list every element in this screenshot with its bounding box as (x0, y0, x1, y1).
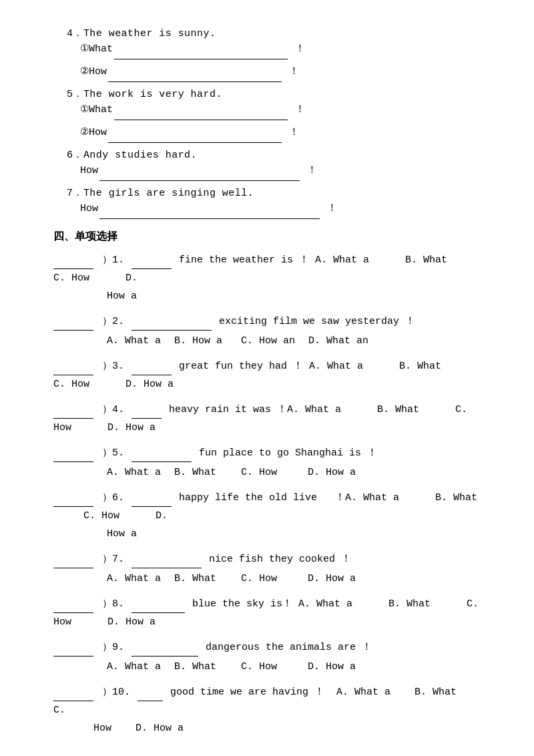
mc-q8-text: ）8. blue the sky is！ A. What a B. What C… (53, 598, 479, 628)
mc-q7: ）7. nice fish they cooked ！ A. What a B.… (53, 550, 481, 588)
mc-q2-paren (53, 312, 93, 331)
mc-q2-opt-b: B. How a (174, 332, 228, 350)
fill-in-item-4: 4．The weather is sunny. ①What ！ ②How ！ (53, 27, 481, 82)
mc-q2-text: ）2. exciting film we saw yesterday ！ (102, 316, 415, 327)
mc-q9: ）9. dangerous the animals are ！ A. What … (53, 638, 481, 676)
item-5-label: 5．The work is very hard. (67, 87, 481, 100)
mc-q7-opt-d: D. How a (308, 570, 361, 588)
item-6-sub-1: How ！ (80, 161, 481, 181)
item-6-sub-1-suffix: ！ (301, 165, 317, 176)
mc-q1-overflow: How a (107, 287, 481, 305)
mc-q5-paren (53, 443, 93, 462)
mc-q7-text: ）7. nice fish they cooked ！ (102, 554, 351, 565)
mc-q1: ）1. fine the weather is ！ A. What a B. W… (53, 250, 481, 305)
item-5-sub-1-prefix: ①What (80, 104, 113, 116)
section-title: 四、单项选择 (53, 230, 481, 244)
item-4-sub-1-prefix: ①What (80, 43, 113, 55)
item-7-sub-1-blank (99, 218, 320, 219)
mc-q7-opt-a: A. What a (107, 570, 161, 588)
item-4-sub-1-suffix: ！ (289, 43, 305, 55)
fill-in-item-5: 5．The work is very hard. ①What ！ ②How ！ (53, 87, 481, 143)
item-4-sub-2: ②How ！ (80, 62, 481, 82)
item-7-label: 7．The girls are singing well. (67, 186, 481, 199)
mc-q9-opt-c: C. How (241, 658, 294, 676)
mc-q1-paren (53, 250, 93, 269)
mc-q5-opt-c: C. How (241, 463, 294, 482)
mc-q3: ）3. great fun they had ！ A. What a B. Wh… (53, 357, 481, 393)
item-7-sub-1-suffix: ！ (321, 203, 337, 214)
mc-q2-opt-c: C. How an (241, 332, 295, 350)
item-4-sub-1-blank (114, 59, 288, 59)
item-4-sub-2-blank (108, 81, 282, 82)
item-7-sub-1-prefix: How (80, 203, 98, 214)
mc-q6-overflow: How a (107, 525, 481, 543)
mc-q1-text: ）1. fine the weather is ！ A. What a B. W… (53, 254, 477, 284)
mc-q10-paren (53, 683, 93, 701)
mc-q10-text: ）10. good time we are having ！ A. What a… (53, 687, 475, 716)
mc-q9-opt-a: A. What a (107, 658, 161, 676)
mc-q9-opt-b: B. What (174, 658, 228, 676)
mc-q5-text: ）5. fun place to go Shanghai is ！ (102, 447, 377, 459)
mc-q5-opt-a: A. What a (107, 463, 161, 482)
mc-q5-opt-d: D. How a (308, 463, 361, 482)
item-7-sub-1: How ！ (80, 199, 481, 219)
mc-q9-text: ）9. dangerous the animals are ！ (102, 642, 372, 653)
mc-q4-paren (53, 400, 93, 419)
item-5-sub-2-suffix: ！ (283, 127, 299, 138)
mc-q5-options: A. What a B. What C. How D. How a (107, 463, 481, 482)
item-6-label: 6．Andy studies hard. (67, 148, 481, 161)
mc-section: ）1. fine the weather is ！ A. What a B. W… (53, 250, 481, 737)
mc-q5-opt-b: B. What (174, 463, 228, 482)
mc-q9-opt-d: D. How a (308, 658, 361, 676)
item-4-sub-2-suffix: ！ (283, 66, 299, 77)
mc-q8: ）8. blue the sky is！ A. What a B. What C… (53, 594, 481, 631)
mc-q2-options: A. What a B. How a C. How an D. What an (107, 332, 481, 350)
mc-q10: ）10. good time we are having ！ A. What a… (53, 683, 481, 737)
mc-q8-paren (53, 594, 93, 613)
mc-q9-paren (53, 638, 93, 656)
mc-q10-overflow: How D. How a (93, 719, 481, 737)
mc-q3-paren (53, 357, 93, 375)
item-5-sub-1-suffix: ！ (289, 104, 305, 116)
item-4-sub-1: ①What ！ (80, 39, 481, 59)
item-6-sub-1-blank (99, 180, 300, 181)
item-5-sub-2-prefix: ②How (80, 127, 107, 138)
item-5-sub-1-blank (114, 120, 288, 120)
mc-q7-opt-b: B. What (174, 570, 228, 588)
mc-q6-paren (53, 488, 93, 507)
item-5-sub-2-blank (108, 142, 282, 143)
fill-in-item-7: 7．The girls are singing well. How ！ (53, 186, 481, 219)
mc-q2-opt-d: D. What an (308, 332, 368, 350)
mc-q4-text: ）4. heavy rain it was ！A. What a B. What… (53, 404, 467, 433)
mc-q2-opt-a: A. What a (107, 332, 161, 350)
mc-q9-options: A. What a B. What C. How D. How a (107, 658, 481, 676)
mc-q7-opt-c: C. How (241, 570, 294, 588)
mc-q2: ）2. exciting film we saw yesterday ！ A. … (53, 312, 481, 350)
item-4-label: 4．The weather is sunny. (67, 27, 481, 39)
item-4-sub-2-prefix: ②How (80, 66, 107, 77)
fill-in-item-6: 6．Andy studies hard. How ！ (53, 148, 481, 181)
mc-q3-text: ）3. great fun they had ！ A. What a B. Wh… (53, 361, 471, 390)
fill-in-section: 4．The weather is sunny. ①What ！ ②How ！ 5… (53, 27, 481, 219)
mc-q4: ）4. heavy rain it was ！A. What a B. What… (53, 400, 481, 437)
mc-q7-paren (53, 550, 93, 568)
item-5-sub-2: ②How ！ (80, 123, 481, 143)
mc-q6: ）6. happy life the old live ！A. What a B… (53, 488, 481, 543)
mc-q7-options: A. What a B. What C. How D. How a (107, 570, 481, 588)
item-5-sub-1: ①What ！ (80, 100, 481, 120)
mc-q6-text: ）6. happy life the old live ！A. What a B… (53, 492, 477, 522)
item-6-sub-1-prefix: How (80, 165, 98, 176)
mc-q5: ）5. fun place to go Shanghai is ！ A. Wha… (53, 443, 481, 482)
